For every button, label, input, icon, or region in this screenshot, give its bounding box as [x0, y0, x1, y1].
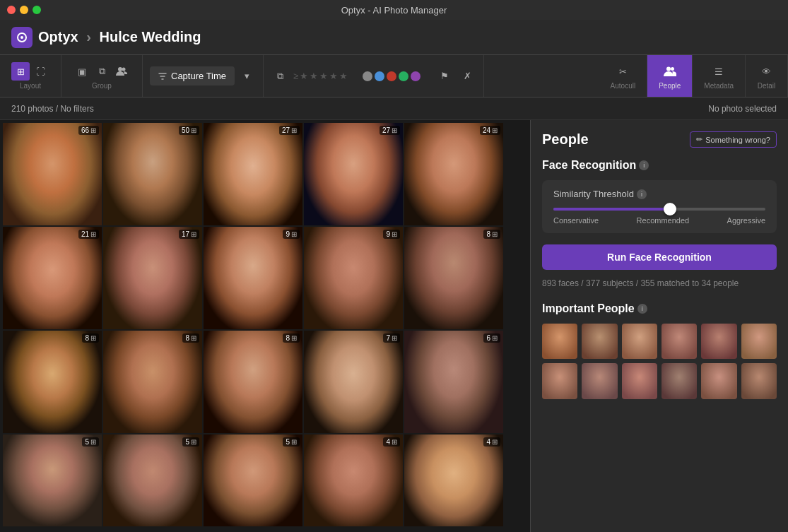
- person-thumb[interactable]: [661, 324, 697, 359]
- toolbar: ⊞ ⛶ Layout ▣ ⧉ Group Capture Time ▾ So: [0, 55, 788, 97]
- important-people-title: Important People: [542, 302, 635, 315]
- photo-cell[interactable]: 5 ⊞: [103, 435, 202, 526]
- run-face-recognition-button[interactable]: Run Face Recognition: [542, 244, 777, 270]
- photo-cell[interactable]: 17 ⊞: [103, 227, 202, 329]
- svg-point-4: [666, 67, 671, 71]
- person-thumb[interactable]: [741, 363, 777, 398]
- flag-filter-button[interactable]: ⚑: [435, 67, 454, 85]
- sort-direction-button[interactable]: ▾: [237, 67, 256, 85]
- photo-cell[interactable]: 27 ⊞: [204, 123, 302, 225]
- slider-conservative-label: Conservative: [553, 216, 599, 225]
- person-thumb[interactable]: [542, 324, 577, 359]
- person-thumb[interactable]: [741, 324, 777, 359]
- pencil-icon: ✏: [696, 135, 702, 144]
- slider-recommended-label: Recommended: [637, 216, 690, 225]
- important-people-info-icon[interactable]: i: [637, 304, 647, 314]
- photo-badge: 7 ⊞: [383, 333, 400, 343]
- photo-cell[interactable]: 27 ⊞: [304, 123, 403, 225]
- people-label: People: [659, 82, 681, 90]
- svg-point-3: [122, 68, 126, 71]
- breadcrumb-separator: ›: [86, 29, 95, 45]
- detail-button[interactable]: 👁: [758, 62, 776, 81]
- grid-layout-button[interactable]: ⊞: [11, 62, 30, 81]
- photo-badge: 4 ⊞: [383, 437, 400, 447]
- photo-badge: 4 ⊞: [483, 437, 500, 447]
- layout-group: ⊞ ⛶ Layout: [0, 55, 61, 97]
- slider-aggressive-label: Aggressive: [727, 216, 765, 225]
- something-wrong-label: Something wrong?: [705, 136, 770, 144]
- compare-button[interactable]: ⧉: [93, 62, 111, 81]
- minimize-button[interactable]: [20, 6, 28, 14]
- reject-filter-button[interactable]: ✗: [458, 67, 476, 85]
- metadata-section: ☰ Metadata: [693, 55, 746, 97]
- photo-grid[interactable]: 66 ⊞ 50 ⊞ 27 ⊞ 27 ⊞ 24 ⊞ 21 ⊞: [0, 120, 530, 532]
- grid-row: 5 ⊞ 5 ⊞ 5 ⊞ 4 ⊞ 4 ⊞: [3, 435, 527, 526]
- important-people-grid: [542, 324, 777, 399]
- photo-cell[interactable]: 4 ⊞: [304, 435, 403, 526]
- single-view-button[interactable]: ▣: [73, 62, 91, 81]
- photo-badge: 5 ⊞: [82, 437, 99, 447]
- person-thumb[interactable]: [701, 324, 736, 359]
- photo-badge: 8 ⊞: [283, 333, 300, 343]
- color-dot-green[interactable]: [399, 71, 408, 81]
- person-thumb[interactable]: [701, 363, 736, 398]
- maximize-button[interactable]: [33, 6, 41, 14]
- traffic-lights: [7, 6, 41, 14]
- photo-cell[interactable]: 66 ⊞: [3, 123, 102, 225]
- color-dot-blue[interactable]: [375, 71, 384, 81]
- photo-cell[interactable]: 5 ⊞: [204, 435, 302, 526]
- slider-label-row: Similarity Threshold i: [553, 189, 765, 199]
- similarity-slider-track[interactable]: [553, 208, 765, 211]
- color-dot-purple[interactable]: [411, 71, 421, 81]
- group-label: Group: [92, 82, 112, 90]
- photo-badge: 17 ⊞: [179, 230, 199, 239]
- face-recognition-info-icon[interactable]: i: [639, 160, 649, 170]
- face-stats: 893 faces / 377 subjects / 355 matched t…: [542, 278, 777, 288]
- photo-cell[interactable]: 8 ⊞: [404, 227, 503, 329]
- photo-cell[interactable]: 5 ⊞: [3, 435, 102, 526]
- person-thumb[interactable]: [582, 363, 617, 398]
- autocull-label: Autocull: [611, 82, 636, 90]
- person-thumb[interactable]: [542, 363, 577, 398]
- photo-cell[interactable]: 4 ⊞: [404, 435, 503, 526]
- people-button[interactable]: [661, 62, 679, 81]
- metadata-button[interactable]: ☰: [710, 62, 728, 81]
- color-dot-gray[interactable]: [363, 71, 372, 81]
- photo-cell[interactable]: 8 ⊞: [103, 331, 202, 433]
- photo-cell[interactable]: 8 ⊞: [204, 331, 302, 433]
- photo-cell[interactable]: 9 ⊞: [304, 227, 403, 329]
- grid-row: 66 ⊞ 50 ⊞ 27 ⊞ 27 ⊞ 24 ⊞: [3, 123, 527, 225]
- window-title: Optyx - AI Photo Manager: [341, 5, 447, 16]
- photo-cell[interactable]: 9 ⊞: [204, 227, 302, 329]
- color-dot-red[interactable]: [387, 71, 396, 81]
- person-thumb[interactable]: [622, 324, 657, 359]
- person-thumb[interactable]: [661, 363, 697, 398]
- similarity-threshold-info-icon[interactable]: i: [637, 189, 647, 199]
- people-section[interactable]: People: [647, 55, 693, 97]
- filter-button[interactable]: ⧉: [271, 67, 289, 85]
- close-button[interactable]: [7, 6, 16, 14]
- sort-section: Capture Time ▾ Sort: [143, 55, 264, 97]
- photo-cell[interactable]: 6 ⊞: [404, 331, 503, 433]
- photo-badge: 27 ⊞: [279, 126, 300, 135]
- photo-badge: 8 ⊞: [483, 230, 500, 239]
- person-thumb[interactable]: [582, 324, 617, 359]
- photo-badge: 5 ⊞: [182, 437, 199, 447]
- autocull-button[interactable]: ✂: [613, 62, 632, 81]
- fullscreen-layout-button[interactable]: ⛶: [31, 62, 49, 81]
- photo-cell[interactable]: 7 ⊞: [304, 331, 403, 433]
- slider-thumb[interactable]: [664, 203, 676, 215]
- photo-cell[interactable]: 8 ⊞: [3, 331, 102, 433]
- photo-badge: 6 ⊞: [483, 333, 500, 343]
- photo-cell[interactable]: 50 ⊞: [103, 123, 202, 225]
- sort-button[interactable]: Capture Time: [150, 66, 235, 85]
- similarity-threshold-container: Similarity Threshold i Conservative Reco…: [542, 180, 777, 233]
- person-thumb[interactable]: [622, 363, 657, 398]
- photo-cell[interactable]: 24 ⊞: [404, 123, 503, 225]
- photo-cell[interactable]: 21 ⊞: [3, 227, 102, 329]
- something-wrong-button[interactable]: ✏ Something wrong?: [690, 131, 777, 148]
- status-bar: 210 photos / No filters No photo selecte…: [0, 97, 788, 120]
- people-group-button[interactable]: [112, 62, 131, 81]
- right-panel: People ✏ Something wrong? Face Recogniti…: [530, 120, 788, 532]
- album-name: Hulce Wedding: [99, 29, 201, 45]
